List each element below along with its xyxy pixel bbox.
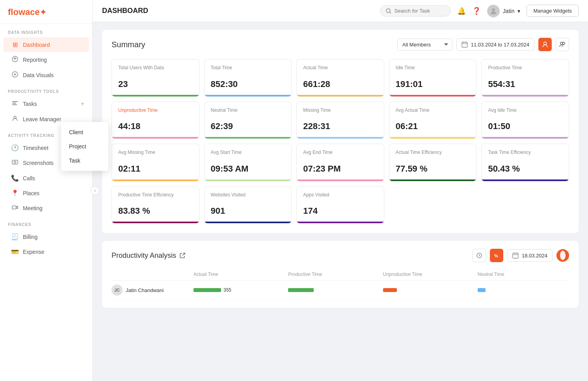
logo: flowace✦ (0, 0, 92, 24)
sidebar-item-meeting[interactable]: Meeting (3, 201, 89, 216)
dashboard-icon: ⊞ (11, 41, 19, 48)
stat-card: Neutral Time 62:39 (204, 102, 292, 139)
stat-value: 554:31 (488, 79, 562, 89)
screenshots-icon (11, 159, 19, 167)
stat-bar (297, 95, 384, 96)
reporting-icon (11, 56, 19, 64)
date-range-text: 11.03.2024 to 17.03.2024 (471, 42, 529, 48)
productivity-analysis-card: Productivity Analysis % 18.03.2024 (102, 241, 579, 308)
data-visuals-icon (11, 71, 19, 79)
help-icon[interactable]: ❓ (472, 7, 481, 15)
sidebar-item-calls[interactable]: 📞 Calls (3, 171, 89, 185)
stat-bar (112, 95, 199, 96)
stat-bar (482, 95, 569, 96)
page-title: DASHBOARD (102, 7, 148, 15)
members-dropdown[interactable]: All Members (397, 39, 452, 51)
sidebar-item-label: Tasks (23, 101, 37, 107)
stat-bar (112, 137, 199, 139)
svg-rect-4 (12, 103, 16, 104)
stat-value: 50.43 % (488, 164, 562, 174)
sidebar-item-label: Timesheet (23, 145, 48, 151)
svg-point-10 (386, 9, 390, 13)
stats-row-2: Unproductive Time 44:18 Neutral Time 62:… (112, 102, 569, 139)
stat-value: 77.59 % (396, 164, 470, 174)
sidebar-item-label: Data Visuals (23, 72, 54, 78)
billing-icon: 🧾 (11, 233, 19, 240)
stat-label: Idle Time (396, 65, 470, 71)
stat-bar (112, 179, 199, 181)
stat-bar (389, 95, 476, 96)
productivity-tools-label: PRODUCTIVITY TOOLS (0, 83, 92, 96)
sidebar-item-label: Leave Manager (23, 116, 61, 122)
stat-bar (205, 95, 292, 96)
sidebar-item-expense[interactable]: 💳 Expense (3, 244, 89, 259)
stat-card: Total Time 852:30 (204, 59, 292, 97)
analysis-controls: % 18.03.2024 (473, 249, 569, 262)
stat-bar (482, 179, 569, 181)
user-cell: JC Jatin Chandwani (112, 285, 190, 296)
tasks-add-button[interactable]: + (81, 100, 84, 107)
svg-point-17 (544, 42, 547, 45)
stat-value: 09:53 AM (211, 164, 285, 174)
dropdown-item-client[interactable]: Client (61, 125, 108, 139)
actual-time-value: 355 (223, 287, 231, 293)
sidebar-item-reporting[interactable]: Reporting (3, 52, 89, 67)
sidebar-item-label: Meeting (23, 205, 43, 211)
stat-bar (389, 137, 476, 139)
analysis-percent-btn[interactable]: % (490, 249, 503, 262)
user-filter-button[interactable] (556, 38, 569, 51)
stat-bar (205, 222, 292, 223)
productive-time-bar (288, 288, 314, 292)
user-info[interactable]: Jatin ▾ (487, 5, 521, 17)
col-neutral-time: Neutral Time (478, 272, 569, 277)
sidebar-item-label: Billing (23, 234, 37, 240)
notifications-icon[interactable]: 🔔 (457, 7, 466, 15)
stat-card: Avg End Time 07:23 PM (296, 144, 384, 181)
stat-label: Avg End Time (303, 150, 378, 156)
sidebar-item-data-visuals[interactable]: Data Visuals (3, 68, 89, 83)
sidebar-item-places[interactable]: 📍 Places (3, 186, 89, 200)
search-box[interactable] (380, 5, 451, 17)
stat-label: Total Time (211, 65, 285, 71)
dropdown-item-project[interactable]: Project (61, 139, 108, 154)
analysis-date-text: 18.03.2024 (522, 253, 547, 259)
svg-point-8 (14, 161, 16, 163)
data-insights-label: DATA INSIGHTS (0, 24, 92, 37)
user-avatar (487, 5, 500, 17)
stat-card: Actual Time Efficiency 77.59 % (389, 144, 477, 181)
user-filter-active-button[interactable] (538, 38, 552, 51)
header-right: 🔔 ❓ Jatin ▾ Manage Widgets (380, 5, 579, 17)
stat-value: 83.83 % (118, 206, 193, 216)
stat-value: 661:28 (303, 79, 378, 89)
svg-rect-5 (12, 104, 17, 105)
date-range-button[interactable]: 11.03.2024 to 17.03.2024 (456, 38, 534, 51)
sidebar-item-dashboard[interactable]: ⊞ Dashboard (3, 37, 89, 52)
manage-widgets-button[interactable]: Manage Widgets (527, 5, 579, 17)
analysis-calendar-icon (512, 252, 519, 259)
stat-label: Avg Missing Time (118, 150, 193, 156)
sidebar-item-tasks[interactable]: Tasks + (3, 96, 89, 111)
stat-label: Task Time Efficiency (488, 150, 562, 156)
dropdown-item-task[interactable]: Task (61, 154, 108, 168)
analysis-time-icon-btn[interactable] (473, 249, 486, 262)
stat-bar (297, 222, 384, 223)
page-body: Summary All Members 11.03.2024 to 17.03.… (93, 22, 588, 381)
summary-header: Summary All Members 11.03.2024 to 17.03.… (112, 38, 569, 51)
stat-value: 901 (211, 206, 285, 216)
neutral-time-bar (478, 288, 486, 292)
search-input[interactable] (394, 8, 442, 14)
svg-point-12 (492, 8, 495, 11)
svg-rect-7 (12, 160, 18, 164)
tasks-icon (11, 100, 19, 108)
user-name: Jatin (503, 8, 515, 14)
sidebar-item-billing[interactable]: 🧾 Billing (3, 229, 89, 244)
productive-time-bar-cell (288, 288, 380, 292)
stat-label: Avg Idle Time (488, 107, 562, 114)
analysis-date-btn[interactable]: 18.03.2024 (507, 249, 553, 262)
section-finances: FINANCES 🧾 Billing 💳 Expense (0, 216, 92, 259)
stat-label: Unproductive Time (118, 107, 193, 114)
stat-card: Missing Time 228:31 (296, 102, 384, 139)
stat-card: Websites Visited 901 (204, 186, 292, 224)
col-unproductive-time: Unproductive Time (383, 272, 474, 277)
sidebar: flowace✦ DATA INSIGHTS ⊞ Dashboard Repor… (0, 0, 93, 381)
